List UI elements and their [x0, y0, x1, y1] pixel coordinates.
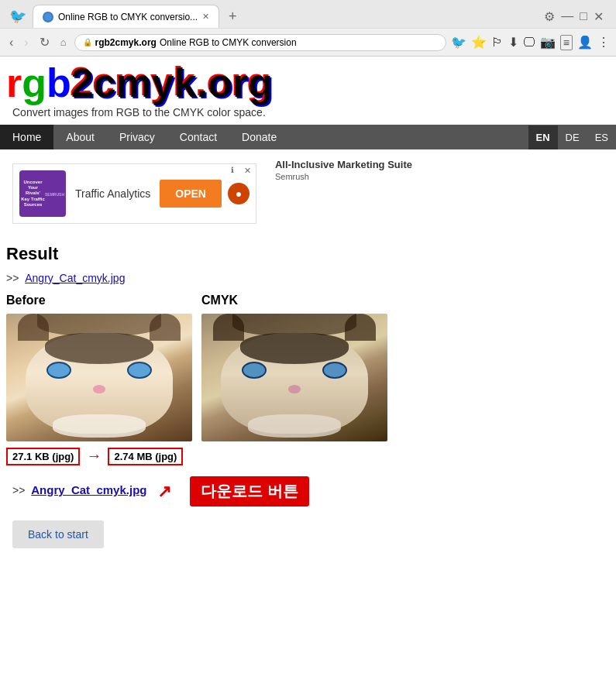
reader-icon[interactable]: ≡: [560, 35, 573, 50]
site-logo: rgb2cmyk.org: [6, 63, 610, 103]
result-section: Result >> Angry_Cat_cmyk.jpg Before CMYK: [0, 238, 616, 558]
size-before-badge: 27.1 KB (jpg): [6, 448, 80, 465]
flag-icon[interactable]: 🏳: [491, 36, 504, 50]
result-title: Result: [6, 244, 610, 264]
download-arrows-icon: >>: [12, 484, 25, 496]
tab-loading-icon: [43, 12, 53, 22]
download-icon[interactable]: ⬇: [508, 35, 518, 50]
nav-bar: Home About Privacy Contact Donate EN DE …: [0, 125, 616, 149]
cat-cmyk-img: [201, 314, 387, 441]
address-domain: rgb2cmyk.org: [95, 37, 157, 48]
active-tab[interactable]: Online RGB to CMYK conversio... ✕: [33, 5, 219, 28]
korean-annotation: 다운로드 버튼: [190, 476, 309, 506]
language-selector: EN DE ES: [528, 125, 616, 149]
download-section: >> Angry_Cat_cmyk.jpg ↗ 다운로드 버튼 Back to …: [6, 473, 610, 551]
minimize-button[interactable]: —: [561, 9, 573, 23]
home-button[interactable]: ⌂: [57, 35, 70, 50]
image-comparison: [6, 314, 610, 441]
star-icon[interactable]: ⭐: [471, 35, 487, 50]
nav-home[interactable]: Home: [0, 125, 53, 149]
bird-icon[interactable]: 🐦: [451, 35, 466, 50]
address-bar: ‹ › ↻ ⌂ 🔒 rgb2cmyk.org Online RGB to CMY…: [0, 28, 616, 56]
ad-side-panel: All-Inclusive Marketing Suite Semrush: [275, 156, 412, 181]
ad-banner: Uncover Your Rivals' Key Traffic Sources…: [12, 163, 256, 224]
nav-about[interactable]: About: [53, 125, 107, 149]
camera-icon[interactable]: 📷: [540, 35, 556, 50]
result-file-link[interactable]: Angry_Cat_cmyk.jpg: [25, 272, 125, 284]
back-to-start-button[interactable]: Back to start: [12, 520, 104, 548]
menu-icon[interactable]: ⋮: [597, 35, 610, 50]
address-path: Online RGB to CMYK conversion: [160, 37, 297, 48]
ad-side-title: All-Inclusive Marketing Suite: [275, 159, 412, 170]
lang-de-button[interactable]: DE: [558, 125, 587, 149]
ad-image: Uncover Your Rivals' Key Traffic Sources…: [19, 170, 66, 217]
address-input[interactable]: 🔒 rgb2cmyk.org Online RGB to CMYK conver…: [74, 34, 446, 51]
forward-button[interactable]: ›: [21, 34, 31, 51]
ad-close-icon[interactable]: ✕: [244, 166, 251, 176]
tab-bar: 🐦 Online RGB to CMYK conversio... ✕ + ⚙ …: [0, 0, 616, 28]
tab-close-icon[interactable]: ✕: [202, 12, 209, 22]
lock-icon: 🔒: [83, 38, 92, 46]
new-tab-button[interactable]: +: [222, 9, 243, 25]
logo-r: r: [6, 60, 22, 105]
before-image: [6, 314, 192, 441]
download-link-row: >> Angry_Cat_cmyk.jpg ↗ 다운로드 버튼: [12, 476, 604, 506]
back-button[interactable]: ‹: [6, 34, 16, 51]
lang-en-button[interactable]: EN: [528, 125, 558, 149]
comparison-labels: Before CMYK: [6, 294, 610, 307]
file-size-row: 27.1 KB (jpg) → 2.74 MB (jpg): [6, 446, 610, 465]
site-content: rgb2cmyk.org Convert images from RGB to …: [0, 57, 616, 558]
browser-chrome: 🐦 Online RGB to CMYK conversio... ✕ + ⚙ …: [0, 0, 616, 57]
cmyk-label: CMYK: [201, 294, 387, 307]
nav-privacy[interactable]: Privacy: [107, 125, 167, 149]
refresh-button[interactable]: ↻: [36, 33, 53, 51]
profile-icon[interactable]: 👤: [577, 35, 593, 50]
logo-b: b: [46, 60, 71, 105]
logo-g: g: [22, 60, 46, 105]
toolbar-icons: 🐦 ⭐ 🏳 ⬇ 🖵 📷 ≡ 👤 ⋮: [451, 35, 610, 50]
nav-contact[interactable]: Contact: [167, 125, 229, 149]
tab-title: Online RGB to CMYK conversio...: [58, 12, 198, 22]
arrows-icon: >>: [6, 272, 19, 284]
tab-bird-icon: 🐦: [6, 5, 29, 27]
screen-icon[interactable]: 🖵: [523, 36, 535, 50]
size-after-badge: 2.74 MB (jpg): [108, 448, 183, 465]
ad-round-icon: ●: [228, 183, 249, 204]
before-label: Before: [6, 294, 192, 307]
size-arrow-icon: →: [86, 447, 102, 465]
ad-title-text: Traffic Analytics: [66, 187, 160, 200]
cat-before-img: [6, 314, 192, 441]
restore-button[interactable]: □: [580, 9, 587, 23]
ad-open-button[interactable]: OPEN: [160, 180, 222, 208]
file-link-row: >> Angry_Cat_cmyk.jpg: [6, 272, 610, 284]
settings-icon[interactable]: ⚙: [544, 9, 555, 24]
cmyk-image: [201, 314, 387, 441]
close-button[interactable]: ✕: [594, 9, 604, 24]
nav-donate[interactable]: Donate: [229, 125, 289, 149]
annotation-arrow-icon: ↗: [157, 482, 171, 501]
site-tagline: Convert images from RGB to the CMYK colo…: [6, 103, 610, 122]
ad-info-icon[interactable]: ℹ: [231, 166, 234, 174]
ad-side-sub: Semrush: [275, 172, 412, 181]
window-controls: ⚙ — □ ✕: [544, 9, 610, 24]
logo-area: rgb2cmyk.org Convert images from RGB to …: [0, 57, 616, 125]
logo-rest: 2cmyk.org: [71, 60, 273, 105]
download-file-link[interactable]: Angry_Cat_cmyk.jpg: [31, 483, 146, 496]
lang-es-button[interactable]: ES: [587, 125, 616, 149]
